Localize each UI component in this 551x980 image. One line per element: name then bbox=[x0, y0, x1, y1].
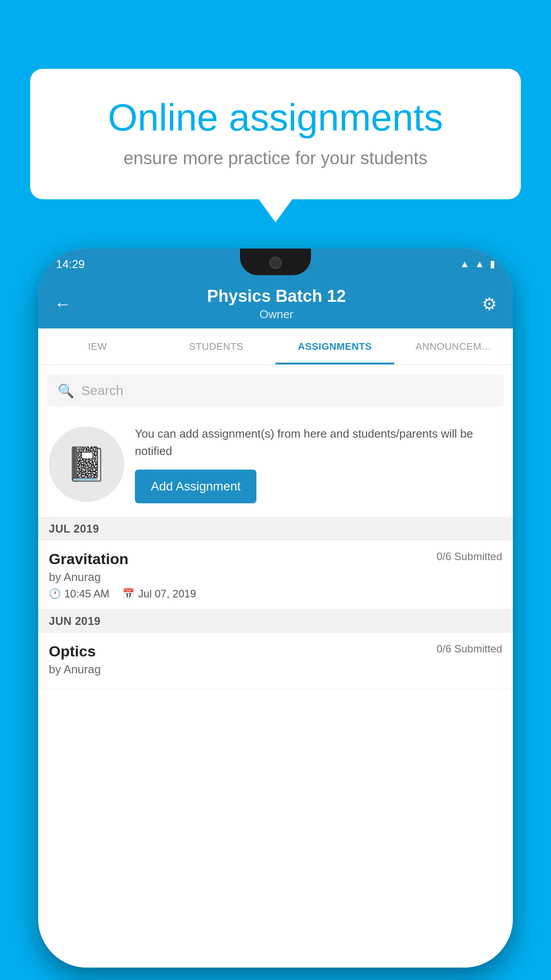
promo-area: 📓 You can add assignment(s) from here an… bbox=[38, 416, 513, 517]
batch-title: Physics Batch 12 bbox=[207, 287, 346, 306]
battery-icon: ▮ bbox=[490, 258, 495, 270]
back-button[interactable]: ← bbox=[54, 295, 71, 314]
speech-bubble-title: Online assignments bbox=[66, 95, 485, 139]
header-center: Physics Batch 12 Owner bbox=[207, 287, 346, 321]
calendar-icon: 📅 bbox=[122, 588, 134, 600]
status-icons: ▲ ▲ ▮ bbox=[460, 258, 495, 270]
promo-text: You can add assignment(s) from here and … bbox=[135, 425, 502, 460]
assignment-time: 10:45 AM bbox=[64, 588, 109, 600]
assignment-item-header: Gravitation 0/6 Submitted bbox=[49, 550, 502, 568]
tab-iew[interactable]: IEW bbox=[38, 328, 157, 364]
batch-subtitle: Owner bbox=[207, 308, 346, 321]
assignment-meta-gravitation: 🕐 10:45 AM 📅 Jul 07, 2019 bbox=[49, 588, 502, 600]
speech-bubble: Online assignments ensure more practice … bbox=[30, 69, 521, 199]
status-time: 14:29 bbox=[56, 257, 85, 271]
assignment-submitted-optics: 0/6 Submitted bbox=[437, 643, 502, 655]
search-bar[interactable]: 🔍 Search bbox=[47, 375, 504, 407]
camera-notch bbox=[269, 257, 282, 269]
assignment-item-optics[interactable]: Optics 0/6 Submitted by Anurag bbox=[38, 633, 513, 689]
search-placeholder-text: Search bbox=[81, 383, 123, 398]
section-header-jul: JUL 2019 bbox=[38, 517, 513, 541]
phone-frame: 14:29 ▲ ▲ ▮ ← Physics Batch 12 Owner ⚙ bbox=[38, 249, 513, 968]
assignment-submitted-gravitation: 0/6 Submitted bbox=[437, 550, 502, 563]
app-header: ← Physics Batch 12 Owner ⚙ bbox=[38, 280, 513, 328]
settings-icon[interactable]: ⚙ bbox=[482, 294, 497, 314]
assignment-author-gravitation: by Anurag bbox=[49, 570, 502, 584]
tab-students[interactable]: STUDENTS bbox=[157, 328, 276, 364]
tabs-bar: IEW STUDENTS ASSIGNMENTS ANNOUNCEM… bbox=[38, 328, 513, 365]
speech-bubble-container: Online assignments ensure more practice … bbox=[30, 69, 521, 199]
assignment-title-optics: Optics bbox=[49, 643, 96, 660]
phone-screen: 14:29 ▲ ▲ ▮ ← Physics Batch 12 Owner ⚙ bbox=[38, 249, 513, 968]
assignment-item-gravitation[interactable]: Gravitation 0/6 Submitted by Anurag 🕐 10… bbox=[38, 541, 513, 609]
assignment-title-gravitation: Gravitation bbox=[49, 550, 128, 568]
speech-bubble-subtitle: ensure more practice for your students bbox=[66, 148, 485, 168]
phone-notch bbox=[240, 249, 311, 275]
clock-icon: 🕐 bbox=[49, 588, 61, 600]
search-icon: 🔍 bbox=[58, 383, 74, 399]
meta-date-gravitation: 📅 Jul 07, 2019 bbox=[122, 588, 196, 600]
meta-time-gravitation: 🕐 10:45 AM bbox=[49, 588, 109, 600]
section-header-jun: JUN 2019 bbox=[38, 609, 513, 633]
content-area: 🔍 Search 📓 You can add assignment(s) fro… bbox=[38, 365, 513, 968]
wifi-icon: ▲ bbox=[460, 258, 469, 270]
promo-icon-circle: 📓 bbox=[49, 427, 124, 502]
promo-right: You can add assignment(s) from here and … bbox=[135, 425, 502, 503]
tab-assignments[interactable]: ASSIGNMENTS bbox=[276, 328, 394, 364]
assignment-item-header-optics: Optics 0/6 Submitted bbox=[49, 643, 502, 660]
assignment-author-optics: by Anurag bbox=[49, 663, 502, 676]
notebook-icon: 📓 bbox=[66, 445, 107, 484]
tab-announcements[interactable]: ANNOUNCEM… bbox=[394, 328, 513, 364]
add-assignment-button[interactable]: Add Assignment bbox=[135, 470, 256, 503]
signal-icon: ▲ bbox=[475, 258, 484, 270]
assignment-date: Jul 07, 2019 bbox=[138, 588, 196, 600]
